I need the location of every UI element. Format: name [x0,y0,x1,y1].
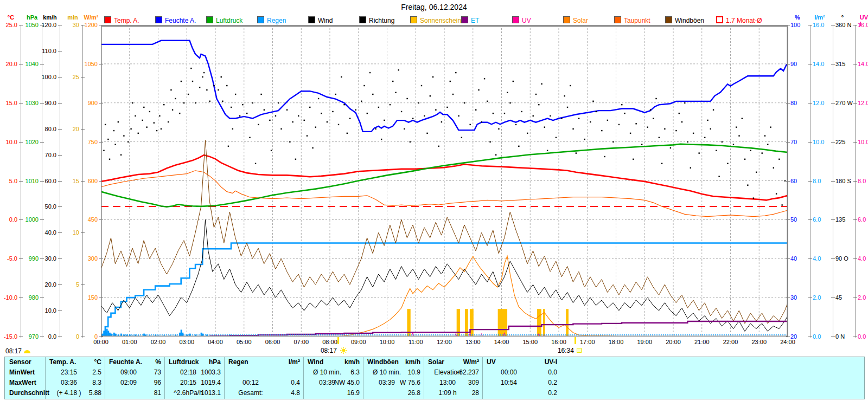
direction-dot [335,94,336,95]
axis-label: 70.0 [31,152,56,158]
direction-dot [742,118,743,119]
direction-dot [507,92,508,93]
direction-dot [349,118,350,119]
legend-swatch-icon [461,16,468,23]
direction-dot [452,94,454,95]
direction-dot [747,184,748,185]
table-divider [363,357,363,399]
axis-label: 40 [790,256,797,262]
direction-dot [509,102,510,104]
legend-item-taupunkt: Taupunkt [614,16,650,24]
axis-label: 14.0 [813,61,824,67]
sunrise-icon [24,350,30,353]
direction-dot [727,163,728,164]
time-label-0100: 01:00 [118,339,142,345]
direction-dot [513,81,514,82]
direction-dot [149,111,150,112]
direction-dot [464,102,465,104]
table-col-unit: km/h [308,357,360,367]
direction-dot [278,102,279,104]
axis-label: 14.0 [858,61,868,67]
direction-dot [103,150,104,151]
time-label-1300: 13:00 [461,339,485,345]
direction-dot [309,107,310,108]
direction-dot [142,120,143,121]
time-label-1900: 19:00 [633,339,656,345]
time-label-0300: 03:00 [175,339,199,345]
axis-label: 60 [790,178,797,184]
axis-label: 90 O [835,256,848,262]
direction-dot [338,124,339,125]
table-value: -62.237 [428,367,479,378]
time-label-2100: 21:00 [690,339,714,345]
direction-dot [246,113,247,114]
legend-label: Wind [318,17,333,24]
axis-tick [81,284,85,285]
axis-label: 300 [73,256,98,262]
table-row-label: Durchschnitt [9,388,49,398]
axis-label: 12.0 [813,100,824,106]
direction-dot [242,104,243,105]
axis-label: 80 [790,100,797,106]
direction-dot [710,128,711,130]
legend-item-richtung: Richtung [359,16,394,24]
axis-tick [808,258,812,259]
direction-dot [778,159,780,160]
direction-dot [179,113,180,114]
direction-dot [621,104,622,105]
axis-label: 45 [835,295,842,301]
legend-item-sonnenschein: Sonnenschein [410,16,461,24]
time-label-2000: 20:00 [661,339,685,345]
direction-dot [679,113,680,114]
stats-table: SensorMinWertMaxWertDurchschnittTemp. A.… [4,357,865,399]
time-label-2400: 24:00 [776,339,800,345]
direction-dot [269,120,270,121]
axis-label: 4.0 [813,256,821,262]
direction-dot [222,101,223,102]
series-taupunkt [101,171,788,217]
direction-dot [733,144,734,145]
axis-label: 980 [14,295,39,301]
axis-label: 0.0 [813,334,821,340]
table-value: 8.3 [49,378,101,388]
direction-dot [232,128,233,130]
axis-label: 80.0 [31,126,56,132]
direction-dot [375,128,376,130]
direction-dot [424,115,425,117]
table-value: 4.8 [228,388,300,398]
axis-title-°C: °C [8,14,14,21]
axis-tick [808,337,812,337]
axis-label: 70 [790,139,797,145]
direction-dot [105,124,106,125]
axis-title-W/m²: W/m² [84,14,99,21]
direction-dot [487,101,488,102]
axis-label: 8.0 [858,178,866,184]
direction-dot [535,94,537,95]
axis-line-UV-I [855,25,856,338]
page-title: Freitag, 06.12.2024 [0,3,868,11]
table-col-unit: °C [49,357,101,367]
axis-label: 2.0 [813,295,821,301]
axis-tick [831,103,835,104]
axis-label: 2.0 [858,295,866,301]
axis-label: 4.0 [858,256,866,262]
legend-item-uv: UV [512,16,531,24]
time-label-1500: 15:00 [518,339,542,345]
direction-dot [392,81,393,82]
direction-dot [190,68,192,69]
time-label-0500: 05:00 [232,339,256,345]
direction-dot [550,115,551,117]
direction-dot [264,109,265,111]
legend-swatch-icon [155,16,162,23]
time-label-1200: 12:00 [432,339,456,345]
axis-label: 750 [73,139,98,145]
direction-dot [239,115,240,117]
sunrise-time: 08:17 [321,347,337,354]
direction-dot [327,121,328,122]
axis-label: 5 [54,282,79,288]
direction-dot [221,76,222,77]
direction-dot [132,102,133,104]
time-label-2200: 22:00 [719,339,743,345]
legend-label: Richtung [369,17,394,24]
direction-dot [527,133,528,134]
